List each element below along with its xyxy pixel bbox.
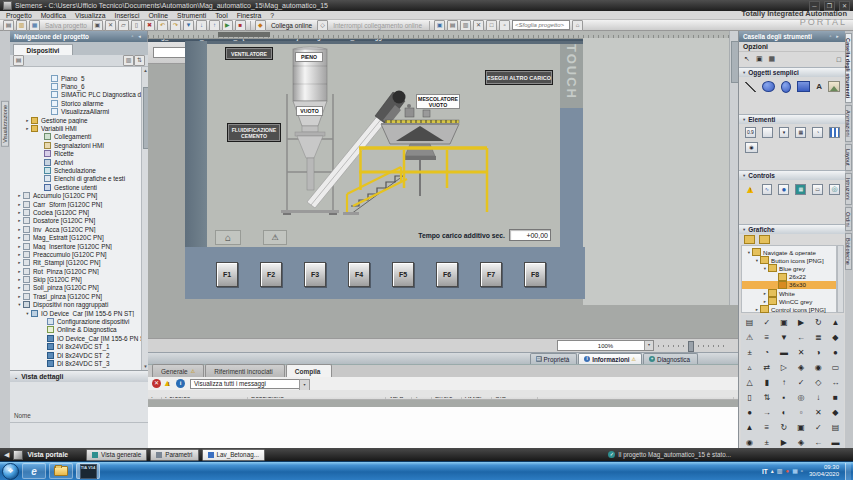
datetime-field-icon[interactable]: ◔ (812, 127, 823, 138)
download-icon[interactable]: ↓ (196, 20, 207, 31)
inspector-tab[interactable]: + Diagnostica (643, 353, 698, 364)
chevron-down-icon[interactable]: ▾ (299, 379, 310, 391)
graphic-thumbnail[interactable]: ▭ (827, 360, 844, 375)
inspector-subtab[interactable]: Compila (286, 364, 333, 377)
tree-item[interactable]: Configurazione dispositivi (10, 317, 141, 325)
collapse-panel-icon[interactable]: ▸ (834, 33, 841, 40)
diagnostics-icon[interactable]: ▣ (434, 20, 445, 31)
graphic-thumbnail[interactable]: ↻ (810, 315, 827, 330)
compile-icon[interactable]: ▼ (183, 20, 194, 31)
graphic-thumbnail[interactable]: ✓ (810, 420, 827, 435)
graphics-tree-item[interactable]: Blue grey (742, 264, 836, 272)
close-all-icon[interactable]: ✕ (473, 20, 484, 31)
tree-item[interactable]: Variabili HMI (10, 124, 141, 132)
graphic-thumbnail[interactable]: ⇅ (758, 390, 775, 405)
frame-icon[interactable]: □ (486, 20, 497, 31)
expand-icon[interactable] (16, 218, 23, 223)
compile-table-body[interactable] (148, 407, 738, 448)
taskbar-editor-button[interactable]: Vista generale (86, 449, 147, 461)
graphic-thumbnail[interactable]: △ (741, 375, 758, 390)
tia-portal-taskbar-button[interactable]: TIA V14 (76, 463, 100, 479)
clock[interactable]: 09:30 30/04/2020 (809, 464, 839, 478)
tree-item[interactable]: SIMATIC PLC Diagnostica di sistema (10, 91, 141, 99)
function-key[interactable]: F6 (436, 262, 458, 287)
expand-icon[interactable] (16, 210, 23, 215)
graphic-thumbnail[interactable]: ▮ (758, 375, 775, 390)
save-project-icon[interactable]: ▦ (29, 20, 40, 31)
window-split-icon[interactable]: ▤ (447, 20, 458, 31)
expand-icon[interactable] (24, 311, 31, 316)
back-icon[interactable]: ◀ (4, 451, 9, 459)
tree-item[interactable]: Skip [G120C PN] (10, 275, 141, 283)
message-filter-select[interactable]: Visualizza tutti i messaggi▾ (190, 379, 302, 389)
explorer-button[interactable] (49, 463, 73, 479)
expand-icon[interactable] (16, 227, 23, 232)
button-icon[interactable] (762, 127, 773, 138)
graphic-thumbnail[interactable]: ≡ (758, 420, 775, 435)
tree-item[interactable]: IO Device_Car [IM 155-6 PN ST] (10, 309, 141, 317)
trend-view-icon[interactable]: ∿ (762, 184, 773, 195)
menu-item[interactable]: Finestra (237, 12, 262, 19)
tree-item[interactable]: Accumulo [G120C PN] (10, 191, 141, 199)
graphic-thumbnail[interactable]: ◈ (792, 360, 809, 375)
tree-item[interactable]: Coclea [G120C PN] (10, 208, 141, 216)
tree-item[interactable]: VisualizzaAllarmi (10, 108, 141, 116)
expand-icon[interactable] (16, 269, 23, 274)
inspector-subtab[interactable]: Generale ⚠ (152, 364, 204, 377)
mescolatore-indicator[interactable]: MESCOLATOREVUOTO (416, 94, 460, 109)
tray-icon[interactable]: ▥ (777, 467, 783, 475)
project-search-input[interactable] (512, 20, 570, 30)
side-tab[interactable]: Layout (845, 144, 852, 171)
tray-icon[interactable]: ● (786, 467, 790, 475)
vuoto-indicator[interactable]: VUOTO (296, 106, 323, 116)
menu-item[interactable]: Visualizza (75, 12, 105, 19)
zoom-select[interactable]: 100%▾ (557, 340, 654, 351)
expand-icon[interactable] (24, 118, 31, 123)
graphic-thumbnail[interactable]: ◐ (775, 405, 792, 420)
graphic-thumbnail[interactable]: ✕ (792, 345, 809, 360)
folder-icon[interactable] (744, 235, 755, 244)
tray-icon[interactable]: ▴ (771, 467, 774, 475)
warnings-filter-icon[interactable] (163, 379, 174, 388)
internet-explorer-button[interactable]: e (22, 463, 46, 479)
circle-icon[interactable] (781, 81, 791, 93)
expand-icon[interactable] (16, 277, 23, 282)
function-key[interactable]: F8 (524, 262, 546, 287)
graphic-thumbnail[interactable]: ▵ (741, 360, 758, 375)
graphic-thumbnail[interactable]: ⚠ (741, 330, 758, 345)
expand-icon[interactable] (16, 294, 23, 299)
tree-item[interactable]: Segnalazioni HMI (10, 141, 141, 149)
graphic-thumbnail[interactable]: ↓ (810, 390, 827, 405)
menu-item[interactable]: Online (148, 12, 168, 19)
tray-icon[interactable]: ▫ (801, 467, 803, 475)
start-icon[interactable]: ▶ (222, 20, 233, 31)
tree-item[interactable]: Rot_Pinza [G120C PN] (10, 267, 141, 275)
window-icon[interactable]: ▥ (460, 20, 471, 31)
tree-item[interactable]: Storico allarme (10, 99, 141, 107)
canvas-vscrollbar[interactable] (729, 64, 738, 305)
graphic-thumbnail[interactable]: ▤ (827, 420, 844, 435)
side-tab[interactable]: Biblioteche (845, 233, 852, 270)
language-indicator[interactable]: IT (762, 468, 768, 475)
graphic-thumbnail[interactable]: ↑ (775, 375, 792, 390)
alarm-button[interactable]: ⚠ (263, 230, 287, 245)
function-key[interactable]: F3 (304, 262, 326, 287)
graphic-thumbnail[interactable]: → (758, 405, 775, 420)
taskbar-editor-button[interactable]: Lav_Betonag... (202, 449, 265, 461)
grid-icon[interactable]: ▦ (769, 55, 776, 63)
expand-icon[interactable] (16, 202, 23, 207)
graphics-tree-item[interactable]: White (742, 289, 836, 297)
tempo-carico-io-field[interactable]: +00,00 (509, 229, 551, 241)
tree-item[interactable]: DI 8x24VDC ST_3 (10, 359, 141, 367)
section-simple-objects[interactable]: Oggetti semplici (739, 67, 846, 77)
line-icon[interactable] (745, 82, 756, 92)
redo-icon[interactable]: ↷ (170, 20, 181, 31)
graphic-thumbnail[interactable]: ✓ (792, 375, 809, 390)
fluidificazione-button[interactable]: FLUIDIFICAZIONECEMENTO (227, 123, 281, 142)
folder-open-icon[interactable] (759, 235, 770, 244)
graphic-thumbnail[interactable]: ▤ (741, 315, 758, 330)
tree-item[interactable]: DI 8x24VDC ST_2 (10, 351, 141, 359)
function-key[interactable]: F7 (480, 262, 502, 287)
cut-icon[interactable]: ✕ (105, 20, 116, 31)
graphic-thumbnail[interactable]: ▲ (827, 315, 844, 330)
